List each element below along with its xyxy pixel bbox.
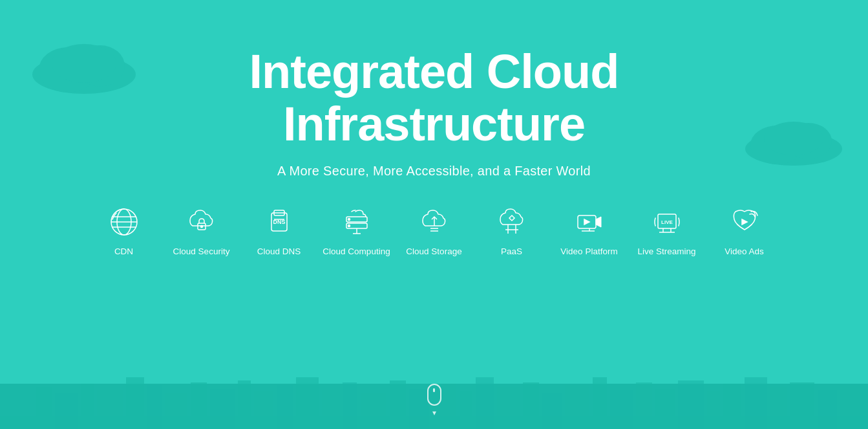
video-platform-icon [571, 203, 608, 241]
cloud-storage-label: Cloud Storage [406, 246, 461, 258]
service-live-streaming[interactable]: LIVE Live Streaming [631, 203, 703, 258]
paas-label: PaaS [501, 246, 522, 258]
video-ads-icon [726, 203, 763, 241]
video-ads-label: Video Ads [725, 246, 764, 258]
services-row: CDN Cloud Security [0, 203, 868, 258]
svg-rect-78 [0, 416, 868, 429]
cloud-computing-icon [338, 203, 376, 241]
scroll-indicator: ▾ [427, 384, 441, 417]
cdn-icon [105, 203, 143, 241]
cloud-dns-label: Cloud DNS [257, 246, 301, 258]
service-cloud-security[interactable]: Cloud Security [166, 203, 237, 258]
service-cdn[interactable]: CDN [89, 203, 160, 258]
service-cloud-storage[interactable]: Cloud Storage [399, 203, 470, 258]
scroll-mouse-icon [427, 384, 441, 406]
live-streaming-icon: LIVE [648, 203, 686, 241]
service-cloud-dns[interactable]: DNS Cloud DNS [244, 203, 315, 258]
cloud-storage-icon [416, 203, 453, 241]
main-content: Integrated Cloud Infrastructure A More S… [0, 0, 868, 257]
service-cloud-computing[interactable]: Cloud Computing [321, 203, 392, 258]
cloud-security-icon [183, 203, 220, 241]
live-streaming-label: Live Streaming [637, 246, 695, 258]
service-paas[interactable]: PaaS [476, 203, 547, 258]
svg-marker-33 [584, 219, 589, 225]
cloud-security-label: Cloud Security [173, 246, 230, 258]
scroll-wheel [433, 388, 435, 392]
subtitle: A More Secure, More Accessible, and a Fa… [277, 164, 591, 179]
svg-point-21 [348, 218, 350, 220]
scroll-arrow-icon: ▾ [432, 408, 436, 417]
service-video-ads[interactable]: Video Ads [709, 203, 780, 258]
video-platform-label: Video Platform [560, 246, 617, 258]
cdn-label: CDN [114, 246, 133, 258]
svg-point-22 [348, 225, 350, 226]
cloud-dns-icon: DNS [260, 203, 298, 241]
cloud-computing-label: Cloud Computing [323, 246, 390, 258]
svg-point-14 [200, 225, 202, 227]
service-video-platform[interactable]: Video Platform [554, 203, 625, 258]
hero-section: Integrated Cloud Infrastructure A More S… [0, 0, 868, 429]
svg-text:LIVE: LIVE [661, 219, 673, 225]
main-title: Integrated Cloud Infrastructure [249, 45, 619, 151]
svg-marker-30 [596, 217, 601, 227]
paas-icon [493, 203, 531, 241]
